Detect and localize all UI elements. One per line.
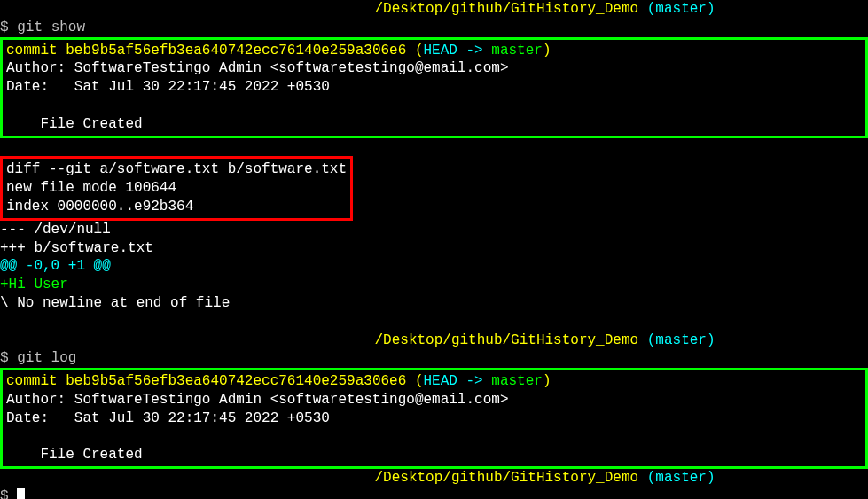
branch: (master) <box>647 332 716 348</box>
author-line: Author: SoftwareTestingo Admin <software… <box>6 59 862 78</box>
commit-hash: beb9b5af56efb3ea640742ecc76140e259a306e6 <box>66 373 406 389</box>
commit-info-box: commit beb9b5af56efb3ea640742ecc76140e25… <box>0 37 868 138</box>
blank-line <box>0 138 868 157</box>
prompt-line: /Desktop/github/GitHistory_Demo (master) <box>0 0 868 19</box>
blank-line <box>0 313 868 331</box>
commit-line: commit beb9b5af56efb3ea640742ecc76140e25… <box>6 372 862 391</box>
close-paren: ) <box>543 43 551 58</box>
command-line[interactable]: $ git log <box>0 349 868 368</box>
diff-to: +++ b/software.txt <box>0 239 868 258</box>
command-line[interactable]: $ git show <box>0 19 868 37</box>
head-ref: HEAD -> <box>423 43 491 58</box>
diff-mode: new file mode 100644 <box>6 179 347 198</box>
prompt-dollar: $ <box>0 350 9 366</box>
git-log-command: git log <box>17 350 76 366</box>
git-show-command: git show <box>17 19 85 35</box>
blank-line <box>6 97 862 115</box>
open-paren: ( <box>406 373 423 389</box>
commit-label: commit <box>6 373 66 389</box>
path: /Desktop/github/GitHistory_Demo <box>374 1 638 17</box>
diff-from: --- /dev/null <box>0 221 868 239</box>
prompt-dollar: $ <box>0 488 9 499</box>
path: /Desktop/github/GitHistory_Demo <box>374 470 638 486</box>
diff-header: diff --git a/software.txt b/software.txt <box>6 160 347 179</box>
cursor <box>17 488 25 499</box>
diff-header-box: diff --git a/software.txt b/software.txt… <box>0 156 353 220</box>
date-line: Date: Sat Jul 30 22:17:45 2022 +0530 <box>6 409 862 428</box>
diff-hunk: @@ -0,0 +1 @@ <box>0 257 868 276</box>
hidden-user-host <box>0 331 374 350</box>
diff-add: +Hi User <box>0 276 868 294</box>
commit-label: commit <box>6 43 66 58</box>
branch: (master) <box>647 470 716 486</box>
commit-line: commit beb9b5af56efb3ea640742ecc76140e25… <box>6 42 862 60</box>
commit-hash: beb9b5af56efb3ea640742ecc76140e259a306e6 <box>66 43 406 58</box>
path: /Desktop/github/GitHistory_Demo <box>374 332 638 348</box>
commit-message: File Created <box>6 115 862 134</box>
commit-info-box: commit beb9b5af56efb3ea640742ecc76140e25… <box>0 368 868 469</box>
command-line[interactable]: $ <box>0 487 868 499</box>
prompt-dollar: $ <box>0 19 9 35</box>
head-ref: HEAD -> <box>423 373 491 389</box>
prompt-line: /Desktop/github/GitHistory_Demo (master) <box>0 469 868 487</box>
branch-master: master <box>491 43 543 58</box>
diff-index: index 0000000..e92b364 <box>6 198 347 216</box>
prompt-line: /Desktop/github/GitHistory_Demo (master) <box>0 331 868 350</box>
open-paren: ( <box>406 43 423 58</box>
diff-noeol: \ No newline at end of file <box>0 294 868 313</box>
date-line: Date: Sat Jul 30 22:17:45 2022 +0530 <box>6 78 862 97</box>
hidden-user-host <box>0 0 374 19</box>
diff-header-wrapper: diff --git a/software.txt b/software.txt… <box>0 156 868 220</box>
hidden-user-host <box>0 469 374 487</box>
commit-message: File Created <box>6 446 862 464</box>
branch: (master) <box>647 1 716 17</box>
close-paren: ) <box>543 373 551 389</box>
blank-line <box>6 428 862 447</box>
branch-master: master <box>491 373 543 389</box>
terminal-window: /Desktop/github/GitHistory_Demo (master)… <box>0 0 868 499</box>
author-line: Author: SoftwareTestingo Admin <software… <box>6 391 862 409</box>
